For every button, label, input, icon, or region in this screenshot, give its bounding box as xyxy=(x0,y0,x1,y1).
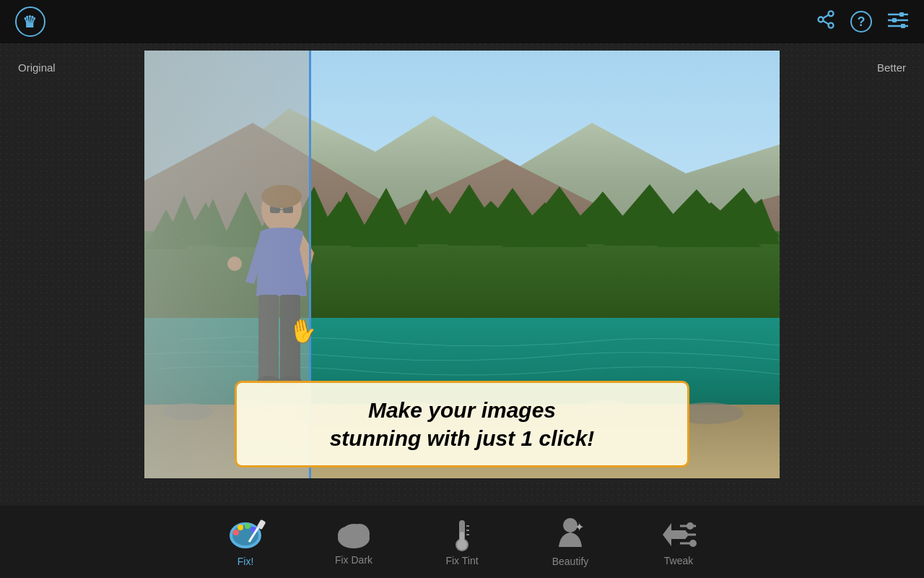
share-icon[interactable] xyxy=(816,9,836,35)
beautify-icon: ✦ xyxy=(553,517,588,553)
beautify-label: Beautify xyxy=(552,556,589,567)
svg-line-6 xyxy=(823,14,829,18)
svg-point-71 xyxy=(245,523,250,529)
svg-rect-8 xyxy=(899,12,904,17)
fix-tint-icon xyxy=(446,517,478,552)
help-icon[interactable]: ? xyxy=(850,11,872,33)
toolbar-fix-dark[interactable]: Fix Dark xyxy=(300,511,408,573)
fix-label: Fix! xyxy=(237,556,254,567)
comparison-image[interactable]: ✋ Make your images stunning with just 1 … xyxy=(144,51,780,478)
logo-area: ♛ xyxy=(14,6,47,38)
svg-rect-10 xyxy=(892,18,897,22)
promo-text: Make your images stunning with just 1 cl… xyxy=(255,396,669,452)
tweak-label: Tweak xyxy=(664,555,693,566)
svg-text:♛: ♛ xyxy=(22,13,37,31)
promo-message: Make your images stunning with just 1 cl… xyxy=(235,381,689,467)
fix-icon xyxy=(227,517,263,553)
toolbar-beautify[interactable]: ✦ Beautify xyxy=(516,509,624,574)
fix-dark-icon xyxy=(335,518,372,551)
toolbar-tweak[interactable]: Tweak xyxy=(624,510,733,574)
better-label: Better xyxy=(877,61,906,74)
bottom-toolbar: Fix! Fix Dark xyxy=(0,506,924,578)
toolbar-fix-tint[interactable]: Fix Tint xyxy=(408,510,516,574)
topbar: ♛ ? xyxy=(0,0,924,43)
fix-tint-label: Fix Tint xyxy=(445,555,478,566)
fix-dark-label: Fix Dark xyxy=(335,554,372,566)
svg-point-94 xyxy=(689,540,697,547)
svg-point-92 xyxy=(681,531,688,538)
svg-point-82 xyxy=(457,540,467,550)
svg-point-70 xyxy=(237,525,243,530)
svg-rect-12 xyxy=(901,24,905,28)
svg-point-90 xyxy=(687,522,694,530)
settings-icon[interactable] xyxy=(886,10,910,33)
main-image-area: Original Better xyxy=(0,43,924,506)
svg-point-69 xyxy=(233,530,239,535)
svg-text:✦: ✦ xyxy=(575,521,584,533)
top-icons: ? xyxy=(816,9,910,35)
original-label: Original xyxy=(18,61,56,74)
app-logo-icon: ♛ xyxy=(14,6,47,38)
toolbar-fix[interactable]: Fix! xyxy=(191,509,300,574)
svg-line-5 xyxy=(823,20,829,24)
tweak-icon xyxy=(660,517,697,552)
svg-point-78 xyxy=(342,524,365,541)
